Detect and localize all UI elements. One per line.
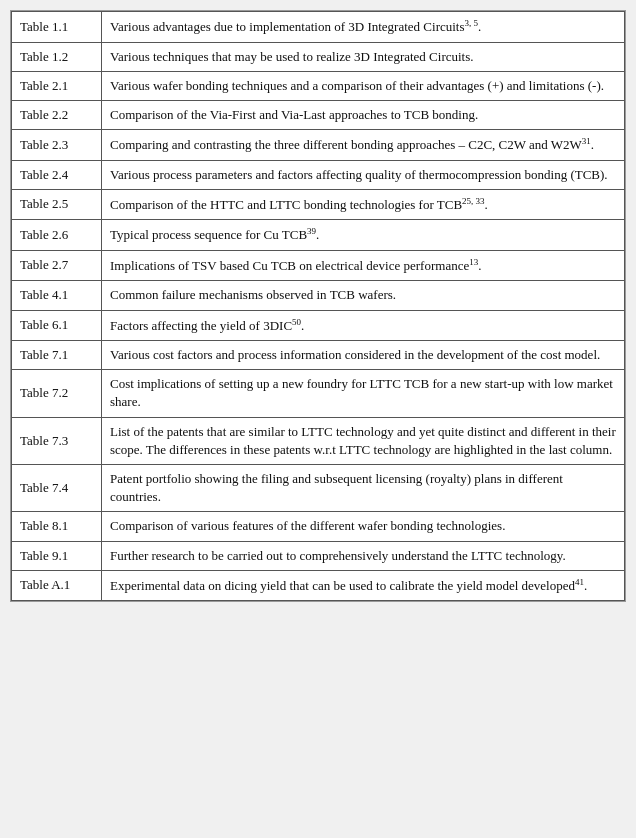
row-label: Table 7.2 [12, 370, 102, 417]
row-description: Cost implications of setting up a new fo… [102, 370, 625, 417]
row-description: Typical process sequence for Cu TCB39. [102, 220, 625, 251]
row-label: Table 2.1 [12, 71, 102, 100]
row-description: Various cost factors and process informa… [102, 341, 625, 370]
row-label: Table 2.3 [12, 130, 102, 161]
table-row: Table 2.4Various process parameters and … [12, 160, 625, 189]
table-row: Table A.1Experimental data on dicing yie… [12, 570, 625, 601]
row-description: Various process parameters and factors a… [102, 160, 625, 189]
row-label: Table 6.1 [12, 310, 102, 341]
row-label: Table 7.3 [12, 417, 102, 464]
superscript: 41 [575, 577, 584, 587]
row-label: Table A.1 [12, 570, 102, 601]
row-label: Table 2.7 [12, 250, 102, 281]
row-label: Table 1.2 [12, 42, 102, 71]
superscript: 13 [469, 257, 478, 267]
row-description: Various techniques that may be used to r… [102, 42, 625, 71]
table-row: Table 2.2Comparison of the Via-First and… [12, 100, 625, 129]
table-of-tables: Table 1.1Various advantages due to imple… [11, 11, 625, 601]
row-description: Implications of TSV based Cu TCB on elec… [102, 250, 625, 281]
row-label: Table 9.1 [12, 541, 102, 570]
row-description: Patent portfolio showing the filing and … [102, 464, 625, 511]
table-row: Table 2.7Implications of TSV based Cu TC… [12, 250, 625, 281]
row-description: Comparing and contrasting the three diff… [102, 130, 625, 161]
row-label: Table 7.4 [12, 464, 102, 511]
row-description: List of the patents that are similar to … [102, 417, 625, 464]
row-description: Factors affecting the yield of 3DIC50. [102, 310, 625, 341]
page-container: Table 1.1Various advantages due to imple… [10, 10, 626, 602]
table-row: Table 2.3Comparing and contrasting the t… [12, 130, 625, 161]
row-description: Common failure mechanisms observed in TC… [102, 281, 625, 310]
row-label: Table 8.1 [12, 512, 102, 541]
row-description: Comparison of the HTTC and LTTC bonding … [102, 189, 625, 220]
row-label: Table 2.2 [12, 100, 102, 129]
table-row: Table 1.1Various advantages due to imple… [12, 12, 625, 43]
superscript: 3, 5 [465, 18, 479, 28]
table-row: Table 4.1Common failure mechanisms obser… [12, 281, 625, 310]
superscript: 39 [307, 226, 316, 236]
superscript: 31 [582, 136, 591, 146]
table-row: Table 7.3List of the patents that are si… [12, 417, 625, 464]
table-row: Table 6.1Factors affecting the yield of … [12, 310, 625, 341]
row-label: Table 7.1 [12, 341, 102, 370]
row-description: Experimental data on dicing yield that c… [102, 570, 625, 601]
table-row: Table 8.1Comparison of various features … [12, 512, 625, 541]
row-description: Various advantages due to implementation… [102, 12, 625, 43]
row-description: Comparison of the Via-First and Via-Last… [102, 100, 625, 129]
row-description: Comparison of various features of the di… [102, 512, 625, 541]
table-row: Table 7.2Cost implications of setting up… [12, 370, 625, 417]
row-label: Table 1.1 [12, 12, 102, 43]
superscript: 50 [292, 317, 301, 327]
superscript: 25, 33 [462, 196, 485, 206]
row-label: Table 2.5 [12, 189, 102, 220]
row-label: Table 4.1 [12, 281, 102, 310]
row-description: Further research to be carried out to co… [102, 541, 625, 570]
table-row: Table 9.1Further research to be carried … [12, 541, 625, 570]
table-row: Table 7.4Patent portfolio showing the fi… [12, 464, 625, 511]
table-row: Table 1.2Various techniques that may be … [12, 42, 625, 71]
table-row: Table 2.6Typical process sequence for Cu… [12, 220, 625, 251]
row-description: Various wafer bonding techniques and a c… [102, 71, 625, 100]
table-row: Table 2.1Various wafer bonding technique… [12, 71, 625, 100]
table-row: Table 2.5Comparison of the HTTC and LTTC… [12, 189, 625, 220]
row-label: Table 2.4 [12, 160, 102, 189]
row-label: Table 2.6 [12, 220, 102, 251]
table-row: Table 7.1Various cost factors and proces… [12, 341, 625, 370]
